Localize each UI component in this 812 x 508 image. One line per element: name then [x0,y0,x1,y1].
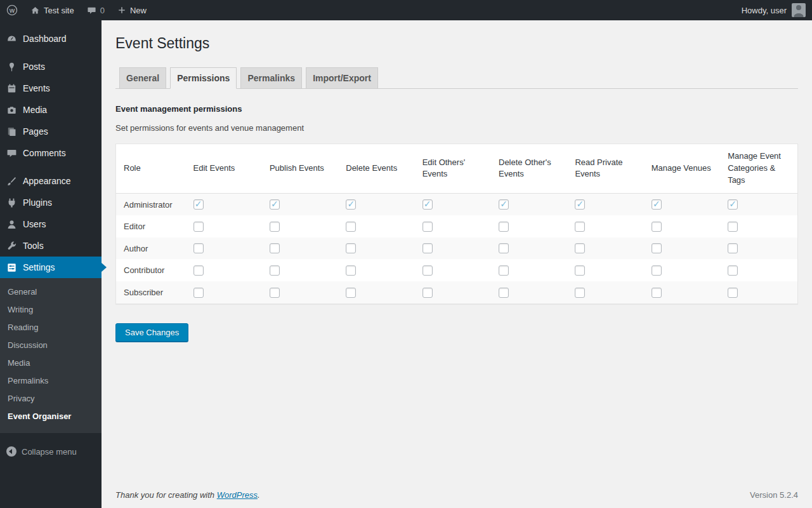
permission-checkbox-unchecked[interactable] [499,243,509,253]
submenu-item-permalinks[interactable]: Permalinks [0,372,102,390]
column-header-delete-events: Delete Events [339,144,416,194]
tab-permissions[interactable]: Permissions [170,67,237,89]
permission-checkbox-unchecked[interactable] [728,288,738,298]
permission-checkbox-checked[interactable] [652,199,662,210]
permission-checkbox-unchecked[interactable] [346,243,356,253]
collapse-menu-button[interactable]: Collapse menu [0,441,102,462]
permission-cell [339,281,416,304]
sidebar-item-media[interactable]: Media [0,99,102,121]
permission-checkbox-unchecked[interactable] [652,288,662,298]
permission-checkbox-unchecked[interactable] [422,288,433,298]
comments-count: 0 [100,6,105,15]
permission-checkbox-unchecked[interactable] [193,265,204,276]
permission-checkbox-unchecked[interactable] [270,243,280,253]
wordpress-logo-menu[interactable]: W [0,0,24,20]
sidebar-item-label: Pages [23,126,48,137]
tab-permalinks[interactable]: Permalinks [240,67,302,88]
permission-cell [263,259,339,281]
permission-checkbox-checked[interactable] [575,199,585,210]
permission-checkbox-unchecked[interactable] [652,222,662,232]
permission-cell [263,215,339,237]
column-header-manage-event-categories-tags: Manage Event Categories & Tags [721,144,797,194]
permission-checkbox-unchecked[interactable] [270,222,280,232]
permission-checkbox-checked[interactable] [346,199,356,210]
sidebar-item-appearance[interactable]: Appearance [0,170,102,192]
footer-version: Version 5.2.4 [750,490,798,500]
permission-cell [187,259,263,281]
sidebar-item-tools[interactable]: Tools [0,235,102,257]
permission-checkbox-unchecked[interactable] [728,265,738,276]
permission-checkbox-unchecked[interactable] [575,222,585,232]
site-name-link[interactable]: Test site [24,0,81,20]
permission-cell [339,237,416,260]
permission-cell [263,193,339,215]
permission-checkbox-unchecked[interactable] [652,243,662,253]
permission-checkbox-unchecked[interactable] [422,222,433,232]
permission-checkbox-unchecked[interactable] [193,288,204,298]
submenu-item-writing[interactable]: Writing [0,301,102,319]
permission-checkbox-unchecked[interactable] [193,222,204,232]
comments-admin-bar-item[interactable]: 0 [81,0,111,20]
permission-checkbox-unchecked[interactable] [499,265,509,276]
permission-checkbox-unchecked[interactable] [346,288,356,298]
sidebar-item-label: Dashboard [23,34,67,44]
howdy-account-menu[interactable]: Howdy, user [735,0,812,20]
permission-checkbox-unchecked[interactable] [193,243,204,253]
permission-checkbox-checked[interactable] [422,199,433,210]
permission-checkbox-unchecked[interactable] [346,265,356,276]
sidebar-item-comments[interactable]: Comments [0,142,102,164]
permission-checkbox-checked[interactable] [270,199,280,210]
submenu-item-privacy[interactable]: Privacy [0,390,102,408]
footer: Thank you for creating with WordPress. V… [115,475,798,508]
permission-checkbox-unchecked[interactable] [728,243,738,253]
permission-checkbox-checked[interactable] [728,199,738,210]
tab-import-export[interactable]: Import/Export [306,67,378,88]
permission-checkbox-unchecked[interactable] [652,265,662,276]
new-content-button[interactable]: New [111,0,153,20]
sidebar-item-events[interactable]: Events [0,77,102,99]
save-changes-button[interactable]: Save Changes [115,323,188,342]
sidebar-item-users[interactable]: Users [0,213,102,235]
sidebar-item-plugins[interactable]: Plugins [0,192,102,213]
media-icon [5,104,18,116]
permission-checkbox-unchecked[interactable] [422,243,433,253]
permission-cell [568,237,645,260]
column-header-edit-events: Edit Events [187,144,263,194]
permission-checkbox-unchecked[interactable] [499,288,509,298]
permission-cell [339,193,416,215]
permission-checkbox-checked[interactable] [193,199,204,210]
permission-cell [492,281,568,304]
permission-cell [568,193,645,215]
permission-checkbox-unchecked[interactable] [575,243,585,253]
admin-bar-left: W Test site 0 New [0,0,153,20]
permission-checkbox-checked[interactable] [499,199,509,210]
submenu-item-discussion[interactable]: Discussion [0,337,102,354]
tab-general[interactable]: General [119,67,166,88]
sidebar-item-settings[interactable]: Settings [0,257,102,278]
permission-checkbox-unchecked[interactable] [422,265,433,276]
sidebar-item-pages[interactable]: Pages [0,121,102,142]
permission-cell [568,259,645,281]
permission-checkbox-unchecked[interactable] [575,265,585,276]
sidebar-item-label: Users [23,219,46,229]
submenu-item-media[interactable]: Media [0,354,102,372]
submenu-item-event-organiser[interactable]: Event Organiser [0,408,102,425]
permission-checkbox-unchecked[interactable] [346,222,356,232]
submenu-item-reading[interactable]: Reading [0,319,102,337]
dashboard-icon [5,32,18,45]
submenu-item-general[interactable]: General [0,283,102,301]
role-cell: Administrator [116,193,187,215]
svg-text:W: W [10,8,15,14]
wordpress-link[interactable]: WordPress [217,490,258,500]
permission-checkbox-unchecked[interactable] [728,222,738,232]
permission-cell [416,259,492,281]
permission-cell [187,237,263,260]
permission-checkbox-unchecked[interactable] [270,288,280,298]
permission-checkbox-unchecked[interactable] [270,265,280,276]
table-row-subscriber: Subscriber [116,281,798,304]
sidebar-item-dashboard[interactable]: Dashboard [0,28,102,50]
menu-separator [0,50,102,56]
sidebar-item-posts[interactable]: Posts [0,56,102,77]
permission-checkbox-unchecked[interactable] [499,222,509,232]
permission-checkbox-unchecked[interactable] [575,288,585,298]
